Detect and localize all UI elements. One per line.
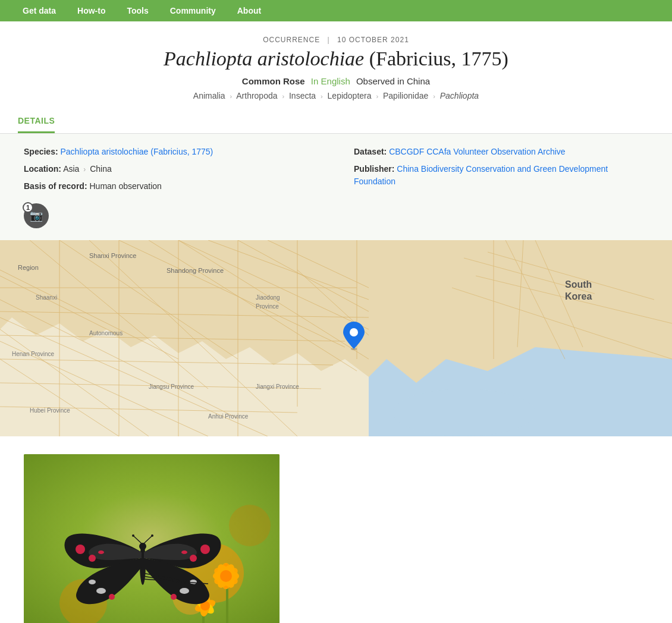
svg-point-93 [180, 588, 189, 594]
image-section [0, 436, 672, 623]
dataset-label: Dataset: [354, 147, 387, 156]
svg-text:Hubei Province: Hubei Province [30, 407, 70, 414]
breadcrumb-pachliopta: Pachliopta [440, 91, 479, 100]
details-left: Species: Pachliopta aristolochiae (Fabri… [24, 146, 318, 228]
location-continent: Asia [63, 164, 79, 174]
breadcrumb-papilionidae[interactable]: Papilionidae [383, 91, 428, 100]
butterfly-image [24, 454, 280, 623]
svg-point-84 [76, 545, 85, 554]
svg-text:Shandong Province: Shandong Province [167, 267, 224, 274]
nav-about[interactable]: About [227, 0, 272, 21]
svg-text:Anhui Province: Anhui Province [208, 413, 249, 420]
svg-text:Shanxi Province: Shanxi Province [89, 252, 137, 259]
species-title: Pachliopta aristolochiae (Fabricius, 177… [12, 48, 660, 70]
species-link[interactable]: Pachliopta aristolochiae (Fabricius, 177… [60, 147, 213, 156]
species-name-italic: Pachliopta aristolochiae [164, 48, 364, 70]
species-row: Species: Pachliopta aristolochiae (Fabri… [24, 146, 318, 158]
svg-point-72 [220, 570, 232, 582]
details-section: Species: Pachliopta aristolochiae (Fabri… [0, 134, 672, 240]
svg-point-2 [392, 389, 535, 436]
observed-in-label: Observed in China [356, 76, 430, 86]
svg-text:Jiaodong: Jiaodong [256, 294, 280, 301]
dataset-link[interactable]: CBCGDF CCAfa Volunteer Observation Archi… [389, 147, 565, 156]
page-header: OCCURRENCE | 10 OCTOBER 2021 Pachliopta … [0, 21, 672, 100]
svg-text:South: South [565, 279, 592, 290]
breadcrumb-arthropoda[interactable]: Arthropoda [236, 91, 277, 100]
publisher-row: Publisher: China Biodiversity Conservati… [354, 163, 648, 188]
tab-details[interactable]: DETAILS [18, 110, 55, 133]
svg-point-89 [181, 550, 187, 554]
svg-point-82 [132, 534, 134, 537]
main-navigation: Get data How-to Tools Community About [0, 0, 672, 21]
svg-point-92 [109, 594, 115, 600]
location-label: Location: [24, 164, 61, 174]
photo-count: 1 [23, 202, 33, 213]
svg-text:Region: Region [18, 264, 39, 271]
svg-text:Autonomous: Autonomous [89, 330, 123, 336]
breadcrumb-lepidoptera[interactable]: Lepidoptera [328, 91, 372, 100]
svg-point-95 [171, 594, 177, 600]
nav-community[interactable]: Community [159, 0, 227, 21]
breadcrumb: Animalia › Arthropoda › Insecta › Lepido… [12, 91, 660, 100]
basis-row: Basis of record: Human observation [24, 180, 318, 193]
basis-label: Basis of record: [24, 181, 87, 191]
location-country: China [90, 164, 112, 174]
svg-point-88 [190, 555, 197, 562]
occurrence-label: OCCURRENCE [263, 36, 320, 44]
svg-point-90 [96, 588, 106, 594]
svg-point-87 [200, 545, 210, 554]
publisher-label: Publisher: [354, 164, 394, 174]
nav-how-to[interactable]: How-to [67, 0, 116, 21]
language-label: In English [311, 76, 350, 86]
nav-get-data[interactable]: Get data [12, 0, 67, 21]
svg-text:Shaanxi: Shaanxi [36, 294, 57, 301]
species-label: Species: [24, 147, 58, 156]
photo-badge[interactable]: 📷 1 [24, 203, 49, 228]
breadcrumb-animalia[interactable]: Animalia [193, 91, 225, 100]
occurrence-date: 10 OCTOBER 2021 [337, 36, 409, 44]
svg-text:Jiangxi Province: Jiangxi Province [256, 383, 299, 390]
details-right: Dataset: CBCGDF CCAfa Volunteer Observat… [354, 146, 648, 228]
svg-point-79 [139, 543, 146, 550]
nav-tools[interactable]: Tools [116, 0, 159, 21]
tabs-bar: DETAILS [0, 110, 672, 134]
svg-text:Jiangsu Province: Jiangsu Province [149, 383, 194, 390]
svg-text:Henan Province: Henan Province [12, 351, 55, 357]
svg-text:Province: Province [256, 303, 279, 310]
svg-text:Korea: Korea [565, 291, 592, 301]
common-name-line: Common Rose In English Observed in China [12, 76, 660, 86]
svg-point-83 [151, 534, 153, 537]
separator: | [328, 36, 330, 44]
butterfly-svg [24, 454, 280, 623]
breadcrumb-insecta[interactable]: Insecta [289, 91, 316, 100]
photo-badge-container: 📷 1 [24, 197, 318, 228]
map-svg: Region Shanxi Province Shandong Province… [0, 240, 672, 436]
dataset-row: Dataset: CBCGDF CCAfa Volunteer Observat… [354, 146, 648, 158]
svg-point-85 [89, 555, 96, 562]
occurrence-line: OCCURRENCE | 10 OCTOBER 2021 [12, 36, 660, 44]
svg-point-57 [350, 328, 358, 336]
location-row: Location: Asia › China [24, 163, 318, 175]
svg-point-62 [229, 505, 271, 546]
common-name: Common Rose [242, 76, 305, 86]
basis-value: Human observation [89, 181, 161, 191]
map-container[interactable]: Region Shanxi Province Shandong Province… [0, 240, 672, 436]
svg-point-91 [89, 580, 96, 584]
svg-point-86 [98, 550, 104, 554]
